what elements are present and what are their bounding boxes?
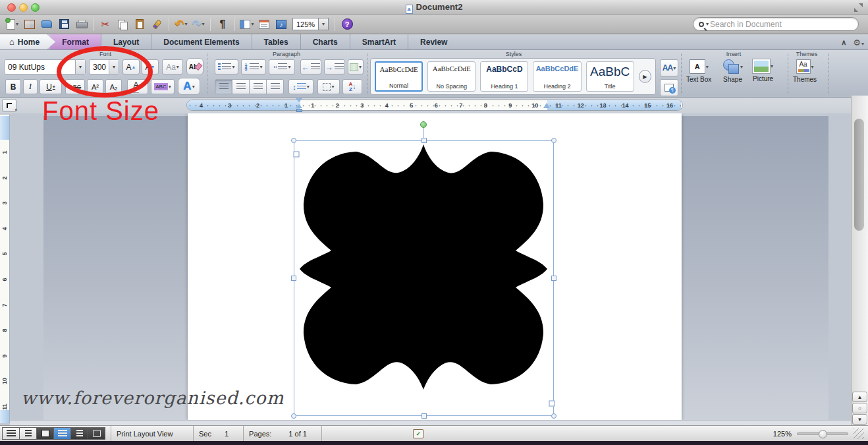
tab-smartart[interactable]: SmartArt bbox=[350, 34, 408, 49]
font-size-combo[interactable]: 300 ▾ bbox=[89, 59, 119, 74]
new-document-dropdown[interactable]: ▾ bbox=[16, 21, 18, 27]
resize-handle-top-left[interactable] bbox=[291, 138, 296, 143]
columns-dropdown[interactable]: ▾ bbox=[359, 64, 362, 70]
search-input[interactable] bbox=[709, 19, 853, 30]
gallery-button[interactable] bbox=[22, 17, 37, 32]
print-layout-button[interactable] bbox=[53, 427, 71, 440]
insert-picture-button[interactable]: ▾ Picture bbox=[753, 59, 773, 82]
tab-review[interactable]: Review bbox=[408, 34, 459, 49]
toolbox-button[interactable] bbox=[257, 17, 271, 32]
vertical-scrollbar[interactable]: ▲ ○ ▼ bbox=[851, 96, 868, 425]
borders-dropdown[interactable]: ▾ bbox=[331, 84, 334, 90]
align-right-button[interactable] bbox=[249, 79, 267, 94]
italic-button[interactable]: I bbox=[23, 79, 38, 94]
resize-handle-bottom-left[interactable] bbox=[291, 413, 296, 419]
style-title[interactable]: AaBbC Title bbox=[586, 61, 634, 92]
font-color-button[interactable]: A▾ bbox=[127, 79, 148, 94]
redo-dropdown[interactable]: ▾ bbox=[202, 21, 205, 27]
show-formatting-button[interactable]: ¶ bbox=[215, 17, 230, 32]
gear-icon[interactable]: ⚙▾ bbox=[853, 38, 864, 47]
font-name-combo[interactable]: 09 KutUps ▾ bbox=[4, 59, 86, 74]
sort-button[interactable]: AZ↓ bbox=[342, 79, 362, 94]
resize-handle-top-right[interactable] bbox=[551, 138, 556, 143]
tab-tables[interactable]: Tables bbox=[252, 34, 300, 49]
resize-handle-top[interactable] bbox=[421, 138, 427, 143]
bold-button[interactable]: B bbox=[5, 79, 21, 94]
undo-button[interactable]: ↶▾ bbox=[174, 17, 188, 32]
strikethrough-button[interactable]: ABC bbox=[65, 79, 85, 94]
right-indent-marker[interactable] bbox=[543, 103, 550, 108]
change-case-dropdown[interactable]: ▾ bbox=[176, 64, 179, 70]
bullets-button[interactable]: ▾ bbox=[215, 59, 238, 74]
text-box-dropdown[interactable]: ▾ bbox=[706, 64, 709, 70]
new-document-button[interactable]: ▾ bbox=[5, 17, 20, 32]
picture-dropdown[interactable]: ▾ bbox=[771, 63, 773, 69]
font-name-dropdown[interactable]: ▾ bbox=[75, 60, 85, 74]
zoom-dropdown[interactable]: ▾ bbox=[319, 18, 329, 30]
tab-charts[interactable]: Charts bbox=[300, 34, 350, 49]
superscript-button[interactable]: A² bbox=[87, 79, 103, 94]
zoom-slider[interactable] bbox=[797, 432, 848, 435]
next-page-button[interactable]: ▼ bbox=[852, 414, 867, 425]
zoom-value-field[interactable]: 125% bbox=[292, 18, 319, 30]
collapse-ribbon-icon[interactable]: ∧ bbox=[841, 38, 846, 47]
copy-button[interactable] bbox=[115, 17, 130, 32]
themes-dropdown[interactable]: ▾ bbox=[811, 64, 814, 70]
horizontal-ruler[interactable]: 4321 12345678910 111213141516 bbox=[186, 100, 683, 111]
style-no-spacing[interactable]: AaBbCcDdE No Spacing bbox=[427, 61, 475, 92]
rotation-handle[interactable] bbox=[420, 121, 427, 128]
tab-stop-selector[interactable] bbox=[2, 99, 16, 112]
numbering-dropdown[interactable]: ▾ bbox=[259, 64, 262, 70]
vertical-ruler[interactable]: 1234567891011 bbox=[0, 115, 10, 423]
draft-view-button[interactable] bbox=[2, 427, 20, 440]
line-spacing-dropdown[interactable]: ▾ bbox=[307, 84, 310, 90]
outline-view-button[interactable] bbox=[19, 427, 37, 440]
align-center-button[interactable] bbox=[232, 79, 250, 94]
format-painter-button[interactable] bbox=[149, 17, 164, 32]
print-button[interactable] bbox=[74, 17, 88, 32]
style-guides-button[interactable] bbox=[660, 79, 678, 96]
multilevel-list-button[interactable]: 1a1▾ bbox=[269, 59, 295, 74]
more-styles-button[interactable]: ▶ bbox=[639, 70, 651, 83]
numbering-button[interactable]: 1 2 3▾ bbox=[241, 59, 266, 74]
line-spacing-button[interactable]: ↕▾ bbox=[288, 79, 313, 94]
horizontal-scrollbar[interactable] bbox=[10, 420, 851, 425]
shape-dropdown[interactable]: ▾ bbox=[740, 64, 743, 70]
text-effects-dropdown[interactable]: ▾ bbox=[192, 84, 195, 90]
resize-handle-right[interactable] bbox=[551, 276, 556, 281]
font-size-dropdown[interactable]: ▾ bbox=[109, 60, 119, 74]
tab-format[interactable]: Format bbox=[50, 34, 101, 49]
shrink-font-button[interactable]: A▼ bbox=[142, 59, 159, 74]
highlight-dropdown[interactable]: ▾ bbox=[169, 84, 171, 90]
borders-button[interactable]: ▾ bbox=[317, 79, 340, 94]
columns-button[interactable]: ▾ bbox=[348, 59, 364, 74]
font-color-dropdown[interactable]: ▾ bbox=[140, 84, 142, 90]
subscript-button[interactable]: A₂ bbox=[105, 79, 122, 94]
clear-formatting-button[interactable]: Ab bbox=[186, 58, 203, 75]
multilevel-dropdown[interactable]: ▾ bbox=[288, 64, 290, 70]
select-browse-object-button[interactable]: ○ bbox=[852, 403, 867, 413]
insert-shape-button[interactable]: ▾ Shape bbox=[722, 59, 743, 83]
change-case-button[interactable]: Aa▾ bbox=[162, 59, 183, 74]
adjustment-handle-bottom[interactable] bbox=[549, 401, 555, 407]
style-effects-dropdown[interactable]: ▾ bbox=[673, 65, 676, 71]
publishing-layout-button[interactable] bbox=[36, 427, 54, 440]
align-left-button[interactable] bbox=[215, 79, 232, 94]
style-normal[interactable]: AaBbCcDdE Normal bbox=[375, 61, 423, 92]
resize-handle-left[interactable] bbox=[291, 276, 296, 281]
bullets-dropdown[interactable]: ▾ bbox=[232, 64, 234, 70]
window-resize-grip[interactable] bbox=[854, 429, 864, 439]
tab-layout[interactable]: Layout bbox=[101, 34, 151, 49]
adjustment-handle-top[interactable] bbox=[294, 152, 300, 158]
text-effects-button[interactable]: A▾ bbox=[178, 78, 200, 95]
save-button[interactable] bbox=[57, 17, 71, 32]
paste-button[interactable] bbox=[132, 17, 147, 32]
style-heading-2[interactable]: AaBbCcDdE Heading 2 bbox=[533, 61, 581, 92]
underline-button[interactable]: U▾ bbox=[40, 79, 62, 94]
style-heading-1[interactable]: AaBbCcD Heading 1 bbox=[480, 61, 528, 92]
redo-button[interactable]: ↷▾ bbox=[191, 17, 205, 32]
media-browser-button[interactable]: ♪ bbox=[274, 17, 288, 32]
open-button[interactable] bbox=[40, 17, 54, 32]
scrollbar-thumb[interactable] bbox=[854, 119, 864, 231]
cut-button[interactable]: ✂ bbox=[98, 17, 113, 32]
